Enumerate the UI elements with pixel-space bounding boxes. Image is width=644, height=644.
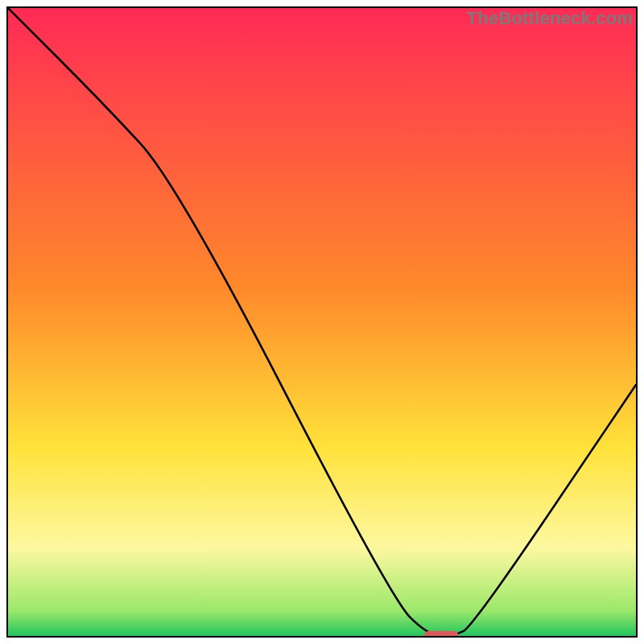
bottleneck-chart: [8, 8, 636, 636]
watermark-text: TheBottleneck.com: [467, 8, 633, 29]
chart-frame: [6, 6, 638, 638]
optimum-marker: [424, 631, 459, 636]
